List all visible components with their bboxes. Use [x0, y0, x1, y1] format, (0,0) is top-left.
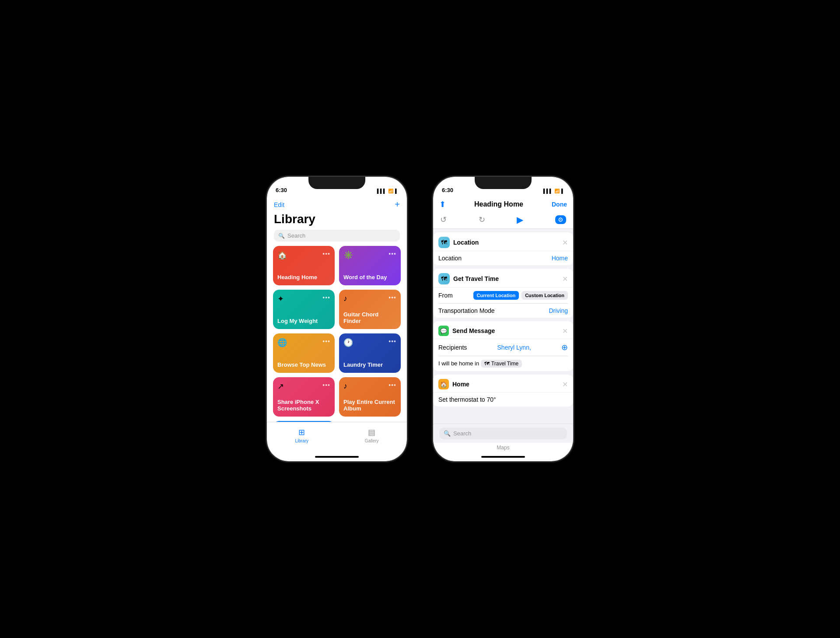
current-location-button[interactable]: Current Location — [473, 291, 519, 300]
shortcut-play-album[interactable]: ♪ ••• Play Entire Current Album — [339, 377, 401, 417]
maps-label: Maps — [433, 443, 573, 452]
message-text: I will be home in — [438, 360, 481, 367]
tab-bar: ⊞ Library ▤ Gallery — [267, 422, 407, 452]
home-indicator — [481, 456, 525, 458]
recipients-label: Recipients — [438, 344, 467, 351]
done-button[interactable]: Done — [552, 201, 567, 208]
action-card-header: 🗺 Get Travel Time ✕ — [433, 269, 573, 287]
remove-action-button[interactable]: ✕ — [562, 238, 568, 247]
home-bar — [433, 452, 573, 461]
remove-action-button[interactable]: ✕ — [562, 327, 568, 335]
edit-button[interactable]: Edit — [274, 201, 284, 208]
bottom-search-bar: 🔍 Search — [433, 424, 573, 443]
custom-location-button[interactable]: Custom Location — [522, 291, 568, 300]
battery-icon: ▌ — [395, 189, 398, 193]
card-top: ✦ ••• — [277, 294, 330, 304]
thermostat-label: Set thermostat to 70° — [438, 396, 496, 403]
card-top: ♪ ••• — [343, 382, 396, 391]
card-menu-button[interactable]: ••• — [322, 250, 330, 257]
travel-time-badge[interactable]: 🗺 Travel Time — [481, 360, 522, 368]
card-menu-button[interactable]: ••• — [322, 338, 330, 345]
heading-home-screen: 6:30 ▌▌▌ 📶 ▌ ⬆ Heading Home Done ↺ ↻ ▶ ⚙ — [433, 177, 573, 461]
status-time: 6:30 — [276, 187, 287, 193]
card-menu-button[interactable]: ••• — [388, 294, 396, 301]
card-title: Word of the Day — [343, 274, 396, 281]
status-time: 6:30 — [442, 187, 453, 193]
action-card-header: 🗺 Location ✕ — [433, 232, 573, 251]
shortcut-heading-home[interactable]: 🏠 ••• Heading Home — [273, 246, 335, 285]
gallery-tab-label: Gallery — [365, 438, 379, 443]
action-card-header: 🏠 Home ✕ — [433, 375, 573, 393]
wifi-icon: 📶 — [554, 189, 560, 193]
home-indicator — [315, 456, 359, 458]
remove-action-button[interactable]: ✕ — [562, 380, 568, 389]
shortcut-word-of-day[interactable]: ✳️ ••• Word of the Day — [339, 246, 401, 285]
status-icons: ▌▌▌ 📶 ▌ — [543, 189, 564, 193]
status-icons: ▌▌▌ 📶 ▌ — [377, 189, 398, 193]
gallery-tab-icon: ▤ — [368, 428, 375, 437]
location-value-row: Location Home — [433, 251, 573, 265]
card-top: ↗ ••• — [277, 382, 330, 391]
recipients-value[interactable]: Sheryl Lynn, — [497, 344, 531, 351]
library-tab-icon: ⊞ — [298, 428, 305, 437]
card-title: Heading Home — [277, 274, 330, 281]
action-title: Send Message — [452, 327, 495, 334]
shortcut-browse-news[interactable]: 🌐 ••• Browse Top News — [273, 333, 335, 373]
tab-gallery[interactable]: ▤ Gallery — [365, 428, 379, 443]
undo-button[interactable]: ↺ — [440, 215, 447, 224]
spacer — [433, 410, 573, 414]
transport-value[interactable]: Driving — [549, 307, 568, 314]
nav-bar: ⬆ Heading Home Done — [433, 196, 573, 212]
card-icon: 🌐 — [277, 338, 287, 347]
transport-label: Transportation Mode — [438, 307, 495, 314]
card-top: 🏠 ••• — [277, 250, 330, 260]
share-button[interactable]: ⬆ — [439, 200, 446, 209]
thermostat-row: Set thermostat to 70° — [433, 393, 573, 407]
card-title: Share iPhone X Screenshots — [277, 399, 330, 412]
shortcut-laundry-timer[interactable]: 🕐 ••• Laundry Timer — [339, 333, 401, 373]
message-action-icon: 💬 — [438, 326, 449, 336]
add-shortcut-button[interactable]: + — [395, 200, 400, 210]
search-bar[interactable]: 🔍 Search — [274, 230, 400, 242]
card-title: Log My Weight — [277, 318, 330, 325]
shortcut-guitar-chord[interactable]: ♪ ••• Guitar Chord Finder — [339, 290, 401, 329]
from-label: From — [438, 292, 453, 299]
library-tab-label: Library — [295, 438, 308, 443]
settings-button[interactable]: ⚙ — [555, 215, 566, 224]
location-value[interactable]: Home — [552, 255, 568, 262]
card-icon: ✦ — [277, 294, 284, 304]
home-action-icon: 🏠 — [438, 379, 449, 389]
signal-icon: ▌▌▌ — [377, 189, 386, 193]
home-action-card: 🏠 Home ✕ Set thermostat to 70° — [433, 375, 573, 407]
notch — [475, 177, 532, 189]
action-title-row: 🏠 Home — [438, 379, 469, 389]
card-menu-button[interactable]: ••• — [388, 382, 396, 389]
card-title: Laundry Timer — [343, 361, 396, 368]
shortcut-title: Heading Home — [474, 200, 523, 208]
card-menu-button[interactable]: ••• — [388, 338, 396, 345]
redo-button[interactable]: ↻ — [479, 215, 485, 224]
battery-icon: ▌ — [561, 189, 564, 193]
remove-action-button[interactable]: ✕ — [562, 275, 568, 283]
location-segment: Current Location Custom Location — [473, 291, 568, 300]
badge-icon: 🗺 — [484, 361, 490, 367]
card-menu-button[interactable]: ••• — [322, 294, 330, 301]
search-input[interactable]: 🔍 Search — [439, 428, 567, 439]
add-recipient-button[interactable]: ⊕ — [561, 343, 568, 352]
signal-icon: ▌▌▌ — [543, 189, 553, 193]
card-icon: ↗ — [277, 382, 284, 391]
card-menu-button[interactable]: ••• — [322, 382, 330, 389]
transport-row: Transportation Mode Driving — [433, 304, 573, 318]
card-menu-button[interactable]: ••• — [388, 250, 396, 257]
play-button[interactable]: ▶ — [517, 214, 523, 225]
library-title: Library — [267, 212, 407, 230]
card-icon: ✳️ — [343, 250, 353, 260]
shortcut-log-weight[interactable]: ✦ ••• Log My Weight — [273, 290, 335, 329]
message-body: I will be home in 🗺 Travel Time — [433, 356, 573, 371]
card-title: Guitar Chord Finder — [343, 311, 396, 325]
action-title: Location — [453, 239, 479, 246]
action-title-row: 🗺 Get Travel Time — [438, 273, 499, 284]
recipients-row: Recipients Sheryl Lynn, ⊕ — [433, 339, 573, 356]
tab-library[interactable]: ⊞ Library — [295, 428, 308, 443]
shortcut-share-screenshots[interactable]: ↗ ••• Share iPhone X Screenshots — [273, 377, 335, 417]
